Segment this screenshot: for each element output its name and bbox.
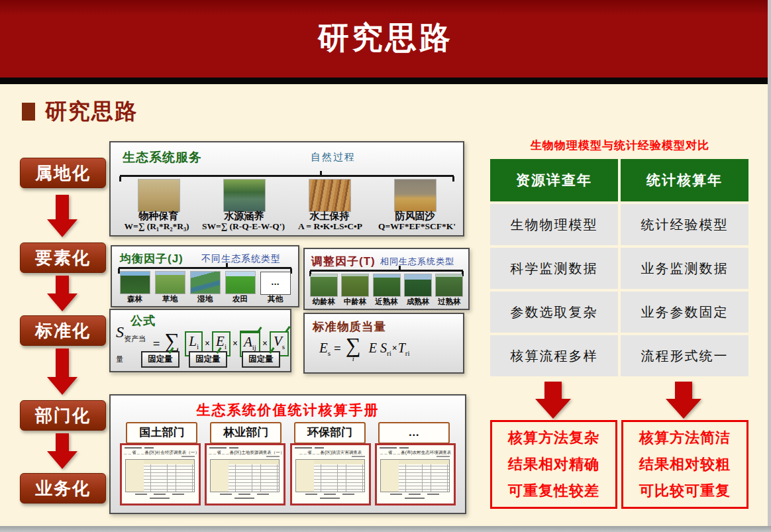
section-heading-label: 研究思路 bbox=[45, 97, 138, 127]
table-header-resource-year: 资源详查年 bbox=[490, 159, 618, 201]
department-label-linye: 林业部门 bbox=[210, 422, 282, 444]
ecosystem-services-panel: 生态系统服务 自然过程 物种保育 水源涵养 水土保持 防风固沙 W=∑ (R₁*… bbox=[109, 141, 464, 237]
forest-photo bbox=[121, 272, 150, 293]
forest-age-label: 过熟林 bbox=[434, 297, 465, 307]
form-table-grid bbox=[295, 459, 365, 492]
ecosystem-label: 其他 bbox=[258, 294, 293, 304]
equivalent-panel-title: 标准物质当量 bbox=[313, 319, 386, 335]
balance-panel-subtitle: 不同生态系统类型 bbox=[201, 253, 281, 265]
fixed-quantity-chip: 固定量 bbox=[189, 351, 227, 368]
comparison-table: 资源详查年 统计核算年 生物物理模型 统计经验模型 科学监测数据 业务监测数据 … bbox=[490, 159, 748, 376]
form-table-grid bbox=[210, 459, 280, 492]
adjust-panel-subtitle: 相同生态系统类型 bbox=[380, 256, 454, 268]
equivalent-panel: 标准物质当量 Es = ∑ i E Sri × Tri bbox=[303, 313, 464, 374]
mature-forest-photo bbox=[405, 274, 431, 296]
over-mature-forest-photo bbox=[436, 274, 462, 296]
middle-age-forest-photo bbox=[342, 274, 368, 296]
form-table-grid bbox=[380, 459, 450, 492]
survey-form-card: ＿＿省＿＿县(区)土地资源调查表（一） bbox=[205, 443, 285, 505]
balance-panel-title: 均衡因子(J) bbox=[120, 251, 183, 266]
table-cell: 流程形式统一 bbox=[621, 335, 748, 376]
formula-lhs: S bbox=[116, 323, 124, 341]
equals-sign: = bbox=[153, 337, 160, 351]
grassland-photo bbox=[156, 272, 185, 293]
balance-factor-panel: 均衡因子(J) 不同生态系统类型 … 森林 草地 湿地 农田 其他 bbox=[111, 245, 299, 307]
section-heading: 研究思路 bbox=[22, 97, 138, 127]
ecosystem-label: 农田 bbox=[223, 294, 258, 304]
service-formula: W=∑ (R₁*R₂*R₃) bbox=[113, 221, 200, 232]
survey-form-title: ＿＿省＿＿县(区)土地资源调查表（一） bbox=[208, 450, 282, 456]
survey-form-card: ＿＿省＿＿县(区)社会经济调查表（一） bbox=[120, 443, 201, 505]
flow-step-shudihua: 属地化 bbox=[20, 158, 106, 188]
survey-form-title: ＿＿省＿＿县(市)农村生态环境调查表 bbox=[378, 450, 452, 456]
survey-form-card: ＿＿省＿＿县(区)洪涝灾害调查表 bbox=[290, 443, 371, 505]
department-label-huanbao: 环保部门 bbox=[294, 422, 366, 444]
survey-form-title: ＿＿省＿＿县(区)社会经济调查表（一） bbox=[123, 450, 197, 456]
slide-title: 研究思路 bbox=[0, 17, 771, 59]
forest-age-label: 近熟林 bbox=[371, 297, 402, 307]
equivalent-formula: Es = ∑ i E Sri × Tri bbox=[319, 335, 410, 362]
department-row: 国土部门 林业部门 环保部门 … bbox=[120, 422, 456, 444]
survey-form-card: ＿＿省＿＿县(市)农村生态环境调查表 bbox=[375, 443, 456, 505]
service-formula-row: W=∑ (R₁*R₂*R₃) SW=∑ (R-Q-E-W-Q') A = R•K… bbox=[113, 221, 460, 232]
ecosystem-label: 森林 bbox=[117, 294, 152, 304]
service-photo-row bbox=[116, 180, 458, 211]
window-bottom-edge bbox=[0, 526, 771, 532]
species-conservation-photo bbox=[138, 180, 180, 211]
times-sign: × bbox=[392, 343, 397, 354]
manual-panel: 生态系统价值统计核算手册 国土部门 林业部门 环保部门 … ＿＿省＿＿县(区)社… bbox=[109, 394, 466, 514]
fixed-quantity-chip: 固定量 bbox=[141, 351, 180, 368]
survey-form-row: ＿＿省＿＿县(区)社会经济调查表（一） ＿＿省＿＿县(区)土地资源调查表（一） … bbox=[120, 443, 456, 505]
down-arrow-icon bbox=[47, 195, 77, 237]
young-forest-photo bbox=[311, 274, 337, 296]
water-retention-photo bbox=[224, 180, 265, 211]
square-bullet-icon bbox=[22, 103, 35, 121]
balance-photo-row: … bbox=[117, 272, 293, 295]
soil-conservation-photo bbox=[309, 180, 350, 211]
forest-age-label: 中龄林 bbox=[339, 297, 370, 307]
wetland-photo bbox=[191, 272, 220, 293]
near-mature-forest-photo bbox=[374, 274, 400, 296]
table-cell: 参数选取复杂 bbox=[490, 292, 618, 333]
conclusion-box-statistical: 核算方法简洁 结果相对较粗 可比较可重复 bbox=[621, 420, 748, 509]
table-cell: 业务参数固定 bbox=[621, 292, 748, 333]
conclusion-box-biophysical: 核算方法复杂 结果相对精确 可重复性较差 bbox=[490, 420, 617, 509]
service-formula: A = R•K•LS•C•P bbox=[287, 221, 374, 232]
down-arrow-icon bbox=[665, 382, 702, 419]
ecosystem-label: 湿地 bbox=[187, 294, 223, 304]
natural-process-label: 自然过程 bbox=[111, 151, 463, 164]
balance-label-row: 森林 草地 湿地 农田 其他 bbox=[117, 294, 293, 304]
slide: 研究思路 研究思路 属地化 要素化 标准化 部门化 业务化 生态系统服务 自然过… bbox=[0, 0, 771, 532]
window-right-edge bbox=[768, 0, 771, 532]
title-banner: 研究思路 bbox=[0, 0, 771, 78]
other-ecosystem-placeholder: … bbox=[260, 272, 291, 295]
times-sign: × bbox=[205, 339, 210, 349]
manual-title: 生态系统价值统计核算手册 bbox=[111, 401, 465, 419]
table-cell: 科学监测数据 bbox=[490, 248, 618, 289]
forest-age-label: 成熟林 bbox=[402, 297, 433, 307]
asset-formula-panel: 公式 S资产当量 = ∑ i,j Li × Ei × Aij × Vs 固定量 … bbox=[109, 309, 291, 372]
table-cell: 核算流程多样 bbox=[490, 335, 618, 376]
down-arrow-icon bbox=[47, 276, 77, 311]
fixed-quantity-chip: 固定量 bbox=[242, 351, 280, 368]
sand-fixation-photo bbox=[395, 180, 436, 211]
down-arrow-icon bbox=[535, 382, 572, 419]
table-cell: 业务监测数据 bbox=[621, 248, 748, 289]
form-table-grid bbox=[125, 459, 195, 492]
adjust-photo-row bbox=[308, 274, 465, 296]
times-sign: × bbox=[262, 339, 268, 349]
table-cell: 生物物理模型 bbox=[490, 204, 618, 245]
service-formula: Q=WF*EF*SCF*K' bbox=[374, 221, 460, 232]
times-sign: × bbox=[232, 339, 238, 349]
banner-separator bbox=[0, 78, 771, 84]
comparison-title: 生物物理模型与统计经验模型对比 bbox=[490, 138, 750, 153]
equals-sign: = bbox=[334, 341, 341, 356]
department-label-guotu: 国土部门 bbox=[126, 422, 197, 444]
ecosystem-label: 草地 bbox=[152, 294, 187, 304]
department-label-more: … bbox=[378, 422, 450, 444]
flow-step-biaozhunhua: 标准化 bbox=[20, 315, 106, 346]
forest-age-label: 幼龄林 bbox=[308, 297, 339, 307]
flow-step-bumenhua: 部门化 bbox=[20, 400, 106, 431]
adjust-label-row: 幼龄林 中龄林 近熟林 成熟林 过熟林 bbox=[308, 297, 465, 307]
flow-step-yaosuhua: 要素化 bbox=[20, 242, 106, 273]
